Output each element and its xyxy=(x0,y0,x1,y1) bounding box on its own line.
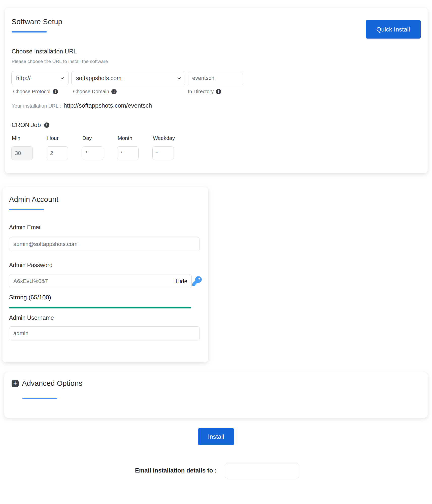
cron-job-heading: CRON Job xyxy=(12,121,41,129)
directory-field xyxy=(188,71,243,85)
installation-url-result-value: http://softappshots.com/eventsch xyxy=(63,102,152,109)
installation-url-heading: Choose Installation URL xyxy=(12,48,77,55)
cron-min-label: Min xyxy=(12,135,20,141)
choose-domain-label-text: Choose Domain xyxy=(73,89,109,94)
password-hide-toggle[interactable]: Hide xyxy=(176,278,187,285)
email-details-label: Email installation details to : xyxy=(135,467,217,474)
admin-email-input[interactable] xyxy=(9,237,200,251)
choose-domain-label: Choose Domain i xyxy=(73,89,117,94)
choose-protocol-label-text: Choose Protocol xyxy=(13,89,50,94)
admin-username-input[interactable] xyxy=(9,326,200,340)
password-strength-bar xyxy=(9,307,191,308)
in-directory-label-text: In Directory xyxy=(188,89,214,94)
software-setup-card: Software Setup Quick Install Choose Inst… xyxy=(5,8,428,173)
chevron-down-icon xyxy=(60,76,65,81)
email-details-input[interactable] xyxy=(225,463,299,478)
cron-min-field xyxy=(11,146,33,160)
cron-day-label: Day xyxy=(82,135,92,141)
admin-account-title-underline xyxy=(9,209,44,210)
choose-protocol-label: Choose Protocol i xyxy=(13,89,58,94)
cron-weekday-input[interactable] xyxy=(152,146,174,160)
cron-month-field xyxy=(117,146,139,160)
cron-hour-input[interactable] xyxy=(47,146,68,160)
install-button[interactable]: Install xyxy=(198,428,234,445)
chevron-down-icon xyxy=(177,76,182,81)
admin-password-label: Admin Password xyxy=(9,262,53,269)
cron-weekday-label: Weekday xyxy=(153,135,175,141)
cron-day-field xyxy=(82,146,103,160)
cron-day-input[interactable] xyxy=(82,146,103,160)
admin-username-label: Admin Username xyxy=(9,314,54,321)
info-icon[interactable]: i xyxy=(111,89,117,94)
email-details-field xyxy=(225,463,299,478)
cron-month-label: Month xyxy=(118,135,132,141)
admin-username-field xyxy=(9,326,200,340)
installation-url-result-label: Your installation URL : xyxy=(12,103,61,109)
in-directory-label: In Directory i xyxy=(188,89,221,94)
admin-email-field xyxy=(9,237,200,251)
admin-account-card: Admin Account Admin Email Admin Password… xyxy=(3,187,208,362)
info-icon[interactable]: i xyxy=(53,89,58,94)
advanced-options-underline xyxy=(22,398,57,399)
advanced-options-card: + Advanced Options xyxy=(4,372,428,418)
key-icon xyxy=(192,276,202,286)
software-setup-title-underline xyxy=(12,31,47,33)
domain-select-value: softappshots.com xyxy=(76,75,121,82)
protocol-select-value: http:// xyxy=(16,75,31,82)
admin-account-title: Admin Account xyxy=(9,195,58,204)
cron-weekday-field xyxy=(152,146,174,160)
software-setup-title: Software Setup xyxy=(12,18,62,26)
info-icon[interactable]: i xyxy=(44,122,49,128)
quick-install-button[interactable]: Quick Install xyxy=(366,20,421,39)
cron-hour-label: Hour xyxy=(47,135,59,141)
domain-select[interactable]: softappshots.com xyxy=(71,71,185,85)
cron-job-heading-row: CRON Job i xyxy=(12,121,49,129)
advanced-options-header[interactable]: + Advanced Options xyxy=(12,379,82,388)
generate-password-button[interactable] xyxy=(192,276,202,286)
plus-icon[interactable]: + xyxy=(12,380,19,387)
directory-input[interactable] xyxy=(188,71,243,85)
installation-url-result: Your installation URL : http://softappsh… xyxy=(12,102,152,109)
admin-password-field: Hide xyxy=(9,274,192,288)
info-icon[interactable]: i xyxy=(216,89,221,94)
cron-min-input[interactable] xyxy=(11,146,33,160)
cron-month-input[interactable] xyxy=(117,146,139,160)
installation-url-subheading: Please choose the URL to install the sof… xyxy=(12,59,108,64)
password-strength-text: Strong (65/100) xyxy=(9,294,51,301)
admin-password-input[interactable] xyxy=(9,274,192,288)
cron-hour-field xyxy=(47,146,68,160)
admin-email-label: Admin Email xyxy=(9,224,42,231)
advanced-options-title: Advanced Options xyxy=(22,379,82,388)
protocol-select[interactable]: http:// xyxy=(11,71,69,85)
password-strength-fill xyxy=(9,307,191,308)
